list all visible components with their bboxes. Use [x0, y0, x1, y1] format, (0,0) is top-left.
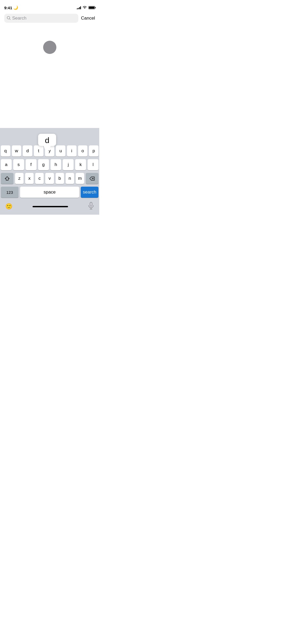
key-k[interactable]: k [75, 159, 86, 170]
num-key[interactable]: 123 [1, 187, 19, 198]
shift-key[interactable] [1, 173, 13, 184]
content-area [0, 25, 99, 109]
key-j[interactable]: j [63, 159, 74, 170]
key-f[interactable]: f [26, 159, 37, 170]
space-key[interactable]: space [20, 187, 79, 198]
status-time: 9:41 🌙 [4, 5, 18, 10]
key-i[interactable]: i [67, 145, 76, 157]
status-bar: 9:41 🌙 [0, 0, 99, 12]
key-popup-letter: d [41, 134, 53, 146]
battery-icon [88, 6, 95, 9]
key-v[interactable]: v [45, 173, 54, 184]
key-g[interactable]: g [38, 159, 49, 170]
key-a[interactable]: a [1, 159, 12, 170]
search-bar-container: Cancel [0, 12, 99, 25]
bottom-bar: 🙂 [0, 200, 99, 215]
loading-indicator [43, 41, 56, 54]
status-icons [77, 6, 95, 10]
search-magnifier-icon [7, 16, 11, 21]
key-b[interactable]: b [56, 173, 64, 184]
key-p[interactable]: p [89, 145, 98, 157]
cancel-button[interactable]: Cancel [81, 16, 95, 21]
keyboard: d q w d t y u i o p a s f g h j k l [0, 128, 99, 215]
key-x[interactable]: x [25, 173, 34, 184]
emoji-icon[interactable]: 🙂 [5, 203, 12, 210]
key-popup-container: d [0, 128, 99, 144]
search-input-wrapper[interactable] [4, 14, 78, 23]
key-t[interactable]: t [34, 145, 43, 157]
key-n[interactable]: n [66, 173, 74, 184]
key-z[interactable]: z [15, 173, 24, 184]
key-w[interactable]: w [12, 145, 21, 157]
wifi-icon [83, 6, 87, 10]
key-l[interactable]: l [88, 159, 98, 170]
keyboard-rows: q w d t y u i o p a s f g h j k l [0, 144, 99, 200]
time-label: 9:41 [4, 6, 12, 10]
key-d[interactable]: d [23, 145, 32, 157]
key-o[interactable]: o [78, 145, 88, 157]
key-h[interactable]: h [51, 159, 61, 170]
key-q[interactable]: q [1, 145, 10, 157]
moon-icon: 🌙 [13, 5, 18, 10]
key-row-2: a s f g h j k l [1, 159, 98, 170]
key-popup-d: d [38, 134, 56, 146]
search-key[interactable]: search [81, 187, 98, 198]
mic-icon[interactable] [88, 202, 94, 211]
home-indicator [33, 206, 68, 207]
key-s[interactable]: s [13, 159, 24, 170]
signal-icon [77, 6, 81, 9]
key-m[interactable]: m [76, 173, 84, 184]
key-row-3: z x c v b n m [1, 173, 98, 184]
svg-rect-4 [90, 202, 92, 206]
key-c[interactable]: c [35, 173, 44, 184]
search-input[interactable] [12, 16, 76, 21]
key-row-4: 123 space search [1, 187, 98, 198]
backspace-key[interactable] [86, 173, 98, 184]
svg-line-1 [10, 19, 10, 20]
key-u[interactable]: u [56, 145, 65, 157]
